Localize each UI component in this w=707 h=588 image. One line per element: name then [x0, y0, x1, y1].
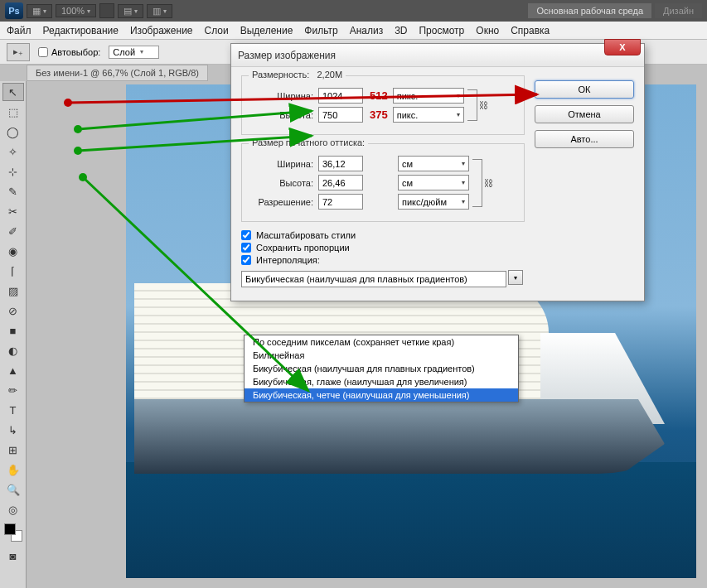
print-size-group: Размер печатного оттиска: Ширина: см Выс… [241, 143, 525, 222]
print-height-input[interactable] [318, 175, 363, 190]
auto-button[interactable]: Авто... [535, 130, 634, 148]
toolbar-dropdown-1[interactable]: ▦ [27, 4, 52, 18]
interpolation-dropdown-list[interactable]: По соседним пикселам (сохраняет четкие к… [244, 335, 519, 402]
menu-Редактирование[interactable]: Редактирование [43, 25, 119, 36]
print-height-unit[interactable]: см [398, 175, 469, 190]
tool-9[interactable]: ⌈ [2, 262, 24, 280]
app-topbar: Ps ▦ 100% ▤ ▥ Основная рабочая среда Диз… [0, 0, 707, 22]
interpolation-checkbox[interactable]: Интерполяция: [241, 255, 525, 265]
chain-icon[interactable]: ⛓ [484, 178, 493, 188]
tool-0[interactable]: ↖ [2, 83, 24, 101]
tool-19[interactable]: ✋ [2, 460, 24, 479]
menu-Фильтр[interactable]: Фильтр [304, 25, 337, 36]
print-constrain-link-icon [472, 159, 482, 207]
cancel-button[interactable]: Отмена [535, 105, 634, 123]
tool-11[interactable]: ⊘ [2, 301, 24, 320]
tool-8[interactable]: ◉ [2, 242, 24, 260]
interp-option-4[interactable]: Бикубическая, четче (наилучшая для умень… [245, 388, 518, 402]
tool-14[interactable]: ▲ [2, 361, 24, 379]
toolbar-dropdown-3[interactable]: ▤ [118, 4, 143, 18]
height-input[interactable] [318, 107, 363, 123]
toolbar-dropdown-4[interactable]: ▥ [147, 4, 172, 18]
tool-21[interactable]: ◎ [2, 500, 24, 518]
menu-Изображение[interactable]: Изображение [130, 25, 193, 36]
menu-Анализ[interactable]: Анализ [350, 25, 384, 36]
tool-1[interactable]: ⬚ [2, 103, 24, 121]
tool-5[interactable]: ✎ [2, 182, 24, 200]
app-logo: Ps [5, 2, 23, 19]
height-label: Высота: [249, 110, 313, 120]
interp-option-0[interactable]: По соседним пикселам (сохраняет четкие к… [245, 335, 518, 349]
tool-12[interactable]: ■ [2, 321, 24, 340]
interp-option-1[interactable]: Билинейная [245, 349, 518, 362]
resolution-input[interactable] [318, 194, 363, 210]
resolution-unit[interactable]: пикс/дюйм [398, 194, 469, 210]
height-annotation: 375 [370, 108, 388, 121]
dialog-title: Размер изображения [238, 50, 336, 61]
scale-styles-checkbox[interactable]: Масштабировать стили [241, 230, 525, 240]
interp-option-2[interactable]: Бикубическая (наилучшая для плавных град… [245, 362, 518, 375]
constrain-proportions-checkbox[interactable]: Сохранить пропорции [241, 243, 525, 253]
tool-20[interactable]: 🔍 [2, 480, 24, 499]
tool-3[interactable]: ✧ [2, 142, 24, 161]
image-size-dialog: Размер изображения X Размерность: 2,20M … [230, 43, 645, 301]
width-input[interactable] [318, 88, 363, 104]
close-button[interactable]: X [604, 39, 641, 55]
menu-Просмотр[interactable]: Просмотр [419, 25, 464, 36]
menu-3D[interactable]: 3D [395, 25, 407, 36]
ok-button[interactable]: ОК [535, 80, 634, 99]
tool-preset-picker[interactable] [7, 43, 30, 61]
tool-4[interactable]: ⊹ [2, 162, 24, 181]
zoom-dropdown[interactable]: 100% [56, 4, 96, 17]
tool-16[interactable]: T [2, 401, 24, 419]
auto-select-checkbox[interactable]: Автовыбор: [38, 47, 100, 57]
print-width-unit[interactable]: см [398, 156, 469, 171]
dialog-titlebar[interactable]: Размер изображения X [231, 44, 644, 67]
tool-10[interactable]: ▨ [2, 282, 24, 300]
width-unit-dropdown[interactable]: пикс. [393, 88, 464, 104]
workspace-button-design[interactable]: Дизайн [655, 3, 702, 18]
layer-select-dropdown[interactable]: Слой [109, 46, 159, 59]
width-label: Ширина: [249, 91, 313, 101]
menu-Слои[interactable]: Слои [205, 25, 229, 36]
constrain-link-icon [467, 89, 477, 121]
tool-13[interactable]: ◐ [2, 341, 24, 359]
tool-15[interactable]: ✏ [2, 381, 24, 399]
menu-Окно[interactable]: Окно [476, 25, 499, 36]
print-width-input[interactable] [318, 156, 363, 171]
menu-Выделение[interactable]: Выделение [240, 25, 293, 36]
color-swatches[interactable] [4, 523, 22, 542]
tool-2[interactable]: ◯ [2, 123, 24, 141]
width-annotation: 512 [370, 89, 388, 102]
toolbox: ↖⬚◯✧⊹✎✂✐◉⌈▨⊘■◐▲✏T↳⊞✋🔍◎◙ [0, 81, 27, 588]
menu-Справка[interactable]: Справка [511, 25, 550, 36]
menu-Файл[interactable]: Файл [7, 25, 31, 36]
interp-option-3[interactable]: Бикубическая, глаже (наилучшая для увели… [245, 375, 518, 388]
tool-6[interactable]: ✂ [2, 202, 24, 220]
interpolation-dropdown[interactable]: Бикубическая (наилучшая для плавных град… [241, 271, 506, 287]
chain-icon[interactable]: ⛓ [479, 100, 488, 110]
toolbar-btn-2[interactable] [99, 3, 114, 18]
workspace-button-primary[interactable]: Основная рабочая среда [528, 3, 651, 18]
quickmask-button[interactable]: ◙ [2, 547, 24, 565]
tool-7[interactable]: ✐ [2, 222, 24, 240]
height-unit-dropdown[interactable]: пикс. [393, 107, 464, 123]
menubar: ФайлРедактированиеИзображениеСлоиВыделен… [0, 22, 707, 40]
document-tab[interactable]: Без имени-1 @ 66,7% (Слой 1, RGB/8) [27, 65, 208, 81]
dropdown-arrow-icon[interactable]: ▾ [508, 270, 523, 285]
tool-18[interactable]: ⊞ [2, 441, 24, 459]
tool-17[interactable]: ↳ [2, 421, 24, 439]
pixel-dimensions-group: Размерность: 2,20M Ширина: 512 пикс. Выс… [241, 75, 525, 135]
